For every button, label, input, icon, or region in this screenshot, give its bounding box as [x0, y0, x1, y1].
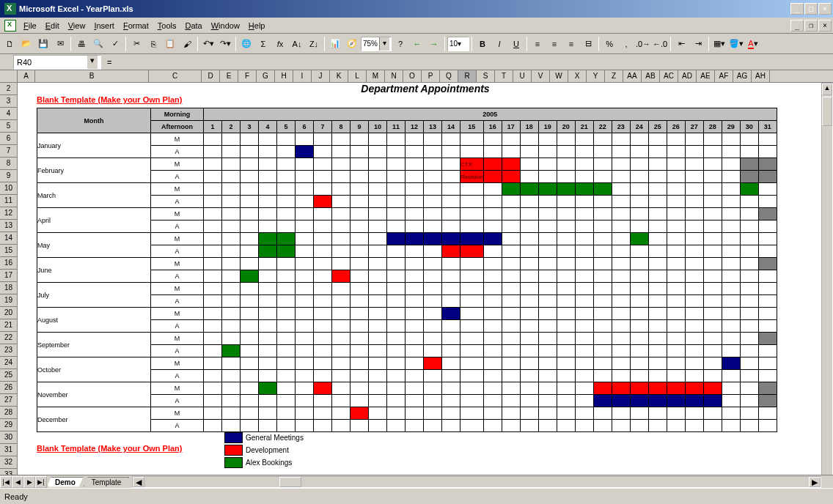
- cell-october-M-27[interactable]: [685, 357, 703, 370]
- cell-october-A-27[interactable]: [685, 370, 703, 382]
- cell-september-M-26[interactable]: [667, 333, 685, 345]
- column-header-V[interactable]: V: [532, 70, 550, 83]
- cell-february-A-12[interactable]: [406, 171, 424, 183]
- cell-june-A-10[interactable]: [369, 270, 387, 283]
- cell-november-M-24[interactable]: [630, 382, 648, 395]
- cell-november-M-15[interactable]: [460, 382, 484, 395]
- cell-february-A-11[interactable]: [387, 171, 406, 183]
- cell-october-A-15[interactable]: [460, 370, 484, 382]
- cell-june-M-21[interactable]: [575, 258, 593, 270]
- cell-june-M-2[interactable]: [222, 258, 241, 270]
- cell-august-M-19[interactable]: [538, 308, 557, 320]
- cell-february-M-24[interactable]: [630, 158, 648, 171]
- cell-february-A-2[interactable]: [222, 171, 241, 183]
- cell-may-A-16[interactable]: [483, 245, 502, 258]
- cell-february-M-6[interactable]: [296, 158, 314, 171]
- fill-color-button[interactable]: 🪣▾: [728, 36, 744, 52]
- cell-january-M-16[interactable]: [483, 133, 502, 146]
- cell-october-A-4[interactable]: [259, 370, 277, 382]
- cell-april-A-21[interactable]: [575, 220, 593, 233]
- cell-january-A-10[interactable]: [369, 146, 387, 158]
- cell-april-A-24[interactable]: [630, 220, 648, 233]
- cell-september-M-8[interactable]: [332, 333, 351, 345]
- cell-december-A-24[interactable]: [630, 420, 648, 432]
- cell-april-M-8[interactable]: [332, 208, 351, 220]
- cell-december-A-20[interactable]: [557, 420, 575, 432]
- cell-june-A-14[interactable]: [442, 270, 460, 283]
- cell-june-M-7[interactable]: [314, 258, 332, 270]
- cell-november-A-11[interactable]: [387, 395, 406, 407]
- column-header-F[interactable]: F: [238, 70, 257, 83]
- cell-august-A-1[interactable]: [204, 320, 222, 333]
- cell-october-A-21[interactable]: [575, 370, 593, 382]
- cell-november-A-22[interactable]: [593, 395, 612, 407]
- cell-july-A-23[interactable]: [612, 295, 630, 308]
- row-header-2[interactable]: 2: [0, 83, 18, 95]
- cell-july-M-26[interactable]: [667, 283, 685, 295]
- column-header-O[interactable]: O: [403, 70, 422, 83]
- cell-june-M-1[interactable]: [204, 258, 222, 270]
- cell-october-M-21[interactable]: [575, 357, 593, 370]
- row-header-4[interactable]: 4: [0, 108, 18, 120]
- cell-february-M-16[interactable]: [483, 158, 502, 171]
- cell-september-A-16[interactable]: [483, 345, 502, 357]
- cell-may-M-7[interactable]: [314, 233, 332, 245]
- cell-march-A-1[interactable]: [204, 196, 222, 208]
- cell-june-M-10[interactable]: [369, 258, 387, 270]
- cell-november-A-4[interactable]: [259, 395, 277, 407]
- cell-march-M-1[interactable]: [204, 183, 222, 196]
- cell-march-M-22[interactable]: [593, 183, 612, 196]
- sheet-tab-template[interactable]: Template: [84, 477, 130, 487]
- cell-march-M-16[interactable]: [483, 183, 502, 196]
- cell-july-M-30[interactable]: [740, 283, 758, 295]
- cell-april-M-10[interactable]: [369, 208, 387, 220]
- cell-august-M-31[interactable]: [758, 308, 777, 320]
- cell-march-A-20[interactable]: [557, 196, 575, 208]
- cell-december-M-24[interactable]: [630, 407, 648, 420]
- cell-april-M-30[interactable]: [740, 208, 758, 220]
- cell-may-M-8[interactable]: [332, 233, 351, 245]
- cell-february-M-12[interactable]: [406, 158, 424, 171]
- menu-format[interactable]: Format: [119, 20, 153, 32]
- cell-october-A-18[interactable]: [520, 370, 538, 382]
- cell-october-A-14[interactable]: [442, 370, 460, 382]
- cell-october-A-17[interactable]: [502, 370, 520, 382]
- cell-april-M-25[interactable]: [648, 208, 667, 220]
- cell-october-A-23[interactable]: [612, 370, 630, 382]
- row-header-3[interactable]: 3: [0, 95, 18, 108]
- cell-january-A-30[interactable]: [740, 146, 758, 158]
- cell-september-M-1[interactable]: [204, 333, 222, 345]
- align-right-button[interactable]: ≡: [563, 36, 579, 52]
- column-header-Z[interactable]: Z: [605, 70, 623, 83]
- cell-march-A-10[interactable]: [369, 196, 387, 208]
- percent-button[interactable]: %: [601, 36, 617, 52]
- scroll-thumb[interactable]: [822, 97, 832, 126]
- cell-january-A-26[interactable]: [667, 146, 685, 158]
- cell-february-A-10[interactable]: [369, 171, 387, 183]
- cell-october-M-14[interactable]: [442, 357, 460, 370]
- cell-may-A-2[interactable]: [222, 245, 241, 258]
- cell-april-M-4[interactable]: [259, 208, 277, 220]
- cell-september-M-27[interactable]: [685, 333, 703, 345]
- hyperlink-button[interactable]: 🌐: [238, 36, 254, 52]
- cell-march-A-21[interactable]: [575, 196, 593, 208]
- column-header-AA[interactable]: AA: [623, 70, 642, 83]
- cell-december-A-30[interactable]: [740, 420, 758, 432]
- cell-october-A-13[interactable]: [424, 370, 442, 382]
- cell-november-A-20[interactable]: [557, 395, 575, 407]
- cell-september-M-11[interactable]: [387, 333, 406, 345]
- cell-april-M-1[interactable]: [204, 208, 222, 220]
- cell-november-A-3[interactable]: [241, 395, 259, 407]
- cell-june-M-20[interactable]: [557, 258, 575, 270]
- cell-june-A-5[interactable]: [277, 270, 296, 283]
- cell-august-M-25[interactable]: [648, 308, 667, 320]
- cell-january-M-23[interactable]: [612, 133, 630, 146]
- cell-april-A-29[interactable]: [722, 220, 740, 233]
- bold-button[interactable]: B: [474, 36, 491, 52]
- cell-may-M-11[interactable]: [387, 233, 406, 245]
- cell-december-M-19[interactable]: [538, 407, 557, 420]
- cell-july-A-26[interactable]: [667, 295, 685, 308]
- cell-february-M-8[interactable]: [332, 158, 351, 171]
- column-header-I[interactable]: I: [293, 70, 312, 83]
- cell-december-A-2[interactable]: [222, 420, 241, 432]
